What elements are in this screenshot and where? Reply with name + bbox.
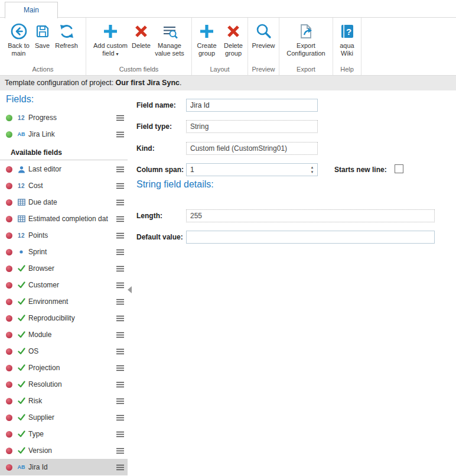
field-row-label: Points	[28, 231, 116, 239]
starts-new-line-checkbox[interactable]	[395, 164, 403, 173]
field-type-input[interactable]	[186, 120, 318, 133]
fields-title: Fields:	[6, 94, 34, 105]
drag-handle-icon[interactable]	[116, 348, 125, 355]
ribbon-buttons-help: ? aqua Wiki	[333, 18, 361, 64]
field-row-cost[interactable]: 12 Cost	[0, 177, 128, 194]
drag-handle-icon[interactable]	[116, 131, 125, 138]
check-icon	[16, 281, 27, 289]
drag-handle-icon[interactable]	[116, 216, 125, 222]
field-properties-form: Field name: Field type: Kind: Column spa…	[131, 90, 456, 476]
field-row-points[interactable]: 12 Points	[0, 227, 128, 244]
add-custom-field-button[interactable]: Add custom field ▾	[92, 21, 129, 58]
export-configuration-button[interactable]: Export Configuration	[283, 21, 329, 57]
button-label: Preview	[252, 42, 275, 50]
status-dot-red	[6, 299, 12, 305]
check-icon	[16, 414, 27, 421]
field-row-label: Projection	[28, 364, 116, 372]
default-value-input[interactable]	[186, 231, 435, 244]
status-dot-red	[6, 381, 12, 388]
field-row-projection[interactable]: Projection	[0, 360, 128, 376]
drag-handle-icon[interactable]	[116, 431, 125, 438]
drag-handle-icon[interactable]	[116, 265, 125, 272]
drag-handle-icon[interactable]	[116, 315, 125, 322]
button-label-text: Add custom field	[93, 42, 128, 57]
button-label: Delete group	[220, 42, 246, 57]
field-row-risk[interactable]: Risk	[0, 393, 128, 409]
drag-handle-icon[interactable]	[116, 166, 125, 173]
field-row-customer[interactable]: Customer	[0, 277, 128, 293]
manage-value-sets-icon	[160, 22, 179, 41]
refresh-button[interactable]: Refresh	[53, 21, 80, 50]
field-row-type[interactable]: Type	[0, 426, 128, 442]
check-icon	[16, 397, 27, 404]
save-icon	[33, 22, 52, 41]
drag-handle-icon[interactable]	[116, 199, 125, 206]
delete-field-button[interactable]: Delete	[129, 21, 153, 50]
field-row-jira-link[interactable]: AB Jira Link	[0, 126, 128, 143]
field-row-sprint[interactable]: Sprint	[0, 244, 128, 260]
wiki-help-icon: ?	[338, 22, 357, 41]
user-icon	[16, 166, 27, 173]
drag-handle-icon[interactable]	[116, 115, 125, 121]
drag-handle-icon[interactable]	[116, 332, 125, 338]
preview-button[interactable]: Preview	[249, 21, 278, 50]
status-dot-red	[6, 282, 12, 289]
field-row-version[interactable]: Version	[0, 442, 128, 459]
ribbon-group-help: ? aqua Wiki Help	[333, 18, 361, 75]
aqua-wiki-button[interactable]: ? aqua Wiki	[336, 21, 359, 57]
add-icon	[197, 22, 216, 41]
field-row-reproducibility[interactable]: Reproducibility	[0, 310, 128, 326]
drag-handle-icon[interactable]	[116, 365, 125, 371]
delete-group-button[interactable]: Delete group	[220, 21, 246, 57]
field-row-label: Resolution	[28, 380, 116, 388]
banner-project-name: Our first Jira Sync	[116, 79, 180, 87]
field-row-label: Risk	[28, 397, 116, 405]
length-input[interactable]	[186, 209, 435, 222]
button-label: aqua Wiki	[336, 42, 359, 57]
text-ab-icon: AB	[16, 464, 27, 470]
field-row-supplier[interactable]: Supplier	[0, 409, 128, 426]
back-to-main-button[interactable]: Back to main	[6, 21, 32, 57]
field-row-due-date[interactable]: Due date	[0, 194, 128, 211]
stepper-up-icon[interactable]: ▲	[311, 165, 314, 170]
stepper-arrows[interactable]: ▲ ▼	[308, 164, 316, 176]
field-row-browser[interactable]: Browser	[0, 260, 128, 277]
refresh-icon	[57, 22, 76, 41]
manage-value-sets-button[interactable]: Manage value sets	[153, 21, 186, 57]
save-button[interactable]: Save	[32, 21, 53, 50]
column-span-stepper[interactable]: 1 ▲ ▼	[186, 163, 318, 176]
drag-handle-icon[interactable]	[116, 464, 125, 471]
field-row-last-editor[interactable]: Last editor	[0, 161, 128, 177]
field-row-label: Module	[28, 331, 116, 339]
ribbon-group-preview: Preview Preview	[248, 18, 279, 75]
field-row-resolution[interactable]: Resolution	[0, 376, 128, 393]
drag-handle-icon[interactable]	[116, 282, 125, 289]
stepper-down-icon[interactable]: ▼	[311, 170, 314, 174]
drag-handle-icon[interactable]	[116, 398, 125, 404]
field-row-jira-id[interactable]: AB Jira Id	[0, 459, 128, 475]
field-row-label: Progress	[28, 114, 116, 122]
drag-handle-icon[interactable]	[116, 232, 125, 239]
status-dot-red	[6, 166, 12, 173]
button-label: Add custom field ▾	[92, 42, 129, 58]
field-name-input[interactable]	[186, 99, 318, 112]
drag-handle-icon[interactable]	[116, 381, 125, 388]
field-row-progress[interactable]: 12 Progress	[0, 109, 128, 126]
drag-handle-icon[interactable]	[116, 299, 125, 305]
drag-handle-icon[interactable]	[116, 415, 125, 421]
tab-main[interactable]: Main	[5, 2, 58, 18]
drag-handle-icon[interactable]	[116, 448, 125, 454]
ribbon-group-label: Preview	[248, 64, 279, 75]
field-row-estimated-completion-date[interactable]: Estimated completion dat	[0, 211, 128, 227]
field-row-module[interactable]: Module	[0, 326, 128, 343]
fields-sidebar: Fields: 12 Progress AB Jira Link Availab…	[0, 90, 128, 476]
field-row-os[interactable]: OS	[0, 343, 128, 360]
create-group-button[interactable]: Create group	[193, 21, 220, 57]
kind-input[interactable]	[186, 142, 318, 155]
field-row-environment[interactable]: Environment	[0, 293, 128, 310]
drag-handle-icon[interactable]	[116, 249, 125, 255]
drag-handle-icon[interactable]	[116, 183, 125, 189]
ribbon-buttons-export: Export Configuration	[279, 18, 333, 64]
starts-new-line-label: Starts new line:	[334, 163, 387, 176]
field-row-label: Browser	[28, 264, 116, 273]
